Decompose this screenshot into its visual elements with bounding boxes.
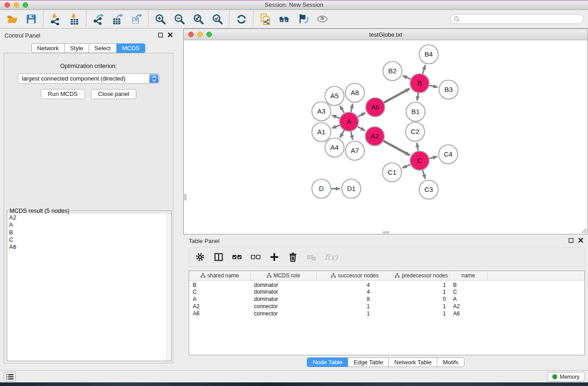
tab-motifs[interactable]: Motifs <box>437 357 464 367</box>
show-column-button[interactable] <box>212 251 225 263</box>
result-item-A2[interactable]: A2 <box>7 214 171 221</box>
node-D1[interactable]: D1 <box>342 179 361 198</box>
edge-B-B4[interactable] <box>423 65 425 74</box>
resize-grip-icon[interactable] <box>581 228 587 234</box>
show-hide-details-button[interactable] <box>313 11 332 27</box>
search-box[interactable] <box>450 14 584 24</box>
result-item-A[interactable]: A <box>7 221 171 229</box>
open-file-button[interactable] <box>3 11 22 27</box>
canvas-hscroll-thumb[interactable] <box>383 231 389 234</box>
refresh-button[interactable] <box>232 11 251 27</box>
node-B1[interactable]: B1 <box>406 102 425 121</box>
export-table-button[interactable] <box>108 11 127 27</box>
edge-A-A8[interactable] <box>351 104 353 112</box>
edge-C-C4[interactable] <box>430 157 437 158</box>
float-panel-icon[interactable] <box>569 238 574 243</box>
import-network-button[interactable] <box>46 11 65 27</box>
edge-A6-B[interactable] <box>384 89 410 103</box>
edge-C-C2[interactable] <box>417 143 418 151</box>
edge-A-A5[interactable] <box>340 106 344 113</box>
tab-style[interactable]: Style <box>64 43 89 53</box>
tab-mcds[interactable]: MCDS <box>116 43 145 53</box>
close-panel-button[interactable]: Close panel <box>91 89 137 99</box>
node-C4[interactable]: C4 <box>439 145 458 164</box>
column-header-predecessor-nodes[interactable]: predecessor nodes <box>393 271 449 280</box>
edge-B-B2[interactable] <box>403 76 411 79</box>
node-A[interactable]: A <box>339 112 359 131</box>
node-C1[interactable]: C1 <box>382 163 402 182</box>
node-B3[interactable]: B3 <box>439 80 458 99</box>
run-mcds-button[interactable]: Run MCDS <box>41 89 85 99</box>
node-A2[interactable]: A2 <box>365 127 384 146</box>
tab-select[interactable]: Select <box>89 43 117 53</box>
edge-A-A7[interactable] <box>351 132 353 140</box>
result-scrollbar[interactable] <box>166 214 171 361</box>
show-navigator-button[interactable] <box>275 11 294 27</box>
node-C2[interactable]: C2 <box>406 122 425 141</box>
node-A3[interactable]: A3 <box>312 102 331 121</box>
edge-A-A6[interactable] <box>358 113 365 117</box>
column-header-MCDS-role[interactable]: MCDS role <box>250 271 316 280</box>
column-header-shared-name[interactable]: shared name <box>189 271 250 280</box>
memory-button[interactable]: Memory <box>547 372 584 381</box>
tab-network-table[interactable]: Network Table <box>388 357 437 367</box>
new-network-from-selection-button[interactable] <box>256 11 275 27</box>
create-column-button[interactable] <box>268 251 281 263</box>
edge-A-A3[interactable] <box>332 115 339 118</box>
edge-A-A1[interactable] <box>332 125 339 128</box>
search-input[interactable] <box>460 15 583 23</box>
zoom-fit-button[interactable] <box>189 11 208 27</box>
float-panel-icon[interactable] <box>158 33 163 38</box>
optimization-criterion-select[interactable]: largest connected component (directed) <box>18 73 159 84</box>
result-item-A6[interactable]: A6 <box>7 243 171 251</box>
network-window-titlebar[interactable]: testGlobe.txt <box>184 29 588 40</box>
edge-B-B1[interactable] <box>417 93 418 101</box>
table-row[interactable]: Bdominator41B <box>189 280 584 288</box>
zoom-selected-button[interactable] <box>208 11 227 27</box>
column-header-name[interactable]: name <box>449 271 487 280</box>
close-panel-icon[interactable] <box>578 238 583 243</box>
node-C[interactable]: C <box>410 151 429 170</box>
edge-C-C3[interactable] <box>423 170 425 179</box>
zoom-out-button[interactable] <box>170 11 189 27</box>
result-item-C[interactable]: C <box>7 236 171 243</box>
canvas-vscroll-thumb[interactable] <box>184 194 186 200</box>
zoom-in-button[interactable] <box>151 11 170 27</box>
show-console-button[interactable] <box>4 372 16 381</box>
node-A6[interactable]: A6 <box>366 98 385 117</box>
network-canvas[interactable]: B4B2BB3A5A8A6B1A3AC2A1A2A4A7C4CC1C3DD1 <box>184 40 588 234</box>
node-A1[interactable]: A1 <box>312 123 331 142</box>
save-session-button[interactable] <box>22 11 41 27</box>
delete-column-button[interactable] <box>287 251 299 263</box>
node-B4[interactable]: B4 <box>419 45 438 64</box>
node-D[interactable]: D <box>312 179 331 198</box>
node-A4[interactable]: A4 <box>325 138 344 157</box>
table-row[interactable]: Cdominator41C <box>189 288 584 295</box>
export-image-button[interactable] <box>127 11 146 27</box>
show-graphics-details-button[interactable] <box>294 11 313 27</box>
edge-C-C1[interactable] <box>402 165 411 168</box>
node-B2[interactable]: B2 <box>383 62 402 81</box>
table-settings-button[interactable] <box>194 251 206 263</box>
table-row[interactable]: A6connector11A6 <box>189 310 584 317</box>
edge-A-A4[interactable] <box>340 130 344 138</box>
export-network-button[interactable] <box>89 11 108 27</box>
node-A7[interactable]: A7 <box>345 141 364 160</box>
column-header-successor-nodes[interactable]: successor nodes <box>316 271 393 280</box>
result-item-B[interactable]: B <box>7 229 171 236</box>
deselect-all-button[interactable] <box>249 251 262 263</box>
import-table-button[interactable] <box>65 11 84 27</box>
edge-A-A2[interactable] <box>358 127 365 131</box>
table-row[interactable]: Adominator80A <box>189 295 584 303</box>
node-A5[interactable]: A5 <box>325 86 344 105</box>
tab-network[interactable]: Network <box>31 43 65 53</box>
tab-edge-table[interactable]: Edge Table <box>348 357 389 367</box>
edge-A2-C[interactable] <box>383 141 410 156</box>
edge-B-B3[interactable] <box>430 86 438 87</box>
close-panel-icon[interactable] <box>167 32 173 38</box>
select-all-button[interactable] <box>231 251 244 263</box>
table-row[interactable]: A2connector11A2 <box>189 303 584 310</box>
node-A8[interactable]: A8 <box>345 83 364 102</box>
tab-node-table[interactable]: Node Table <box>307 357 349 367</box>
node-B[interactable]: B <box>410 74 429 93</box>
